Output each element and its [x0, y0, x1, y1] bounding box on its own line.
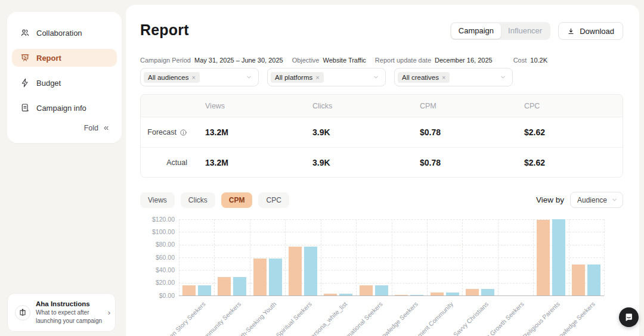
bar-forecast	[431, 293, 444, 295]
open-book-icon	[15, 305, 30, 321]
view-by-value: Audience	[577, 196, 607, 204]
bar-forecast	[537, 220, 550, 295]
chat-widget-button[interactable]	[619, 307, 639, 327]
view-by-label: View by	[536, 195, 564, 204]
bar-actual	[198, 285, 211, 295]
chevron-right-icon: ›	[108, 308, 110, 317]
table-row-actual: Actual 13.2M 3.9K $0.78 $2.62	[141, 147, 623, 177]
report-type-toggle: Campaign Influencer	[450, 22, 550, 40]
sidebar-item-label: Campaign info	[36, 104, 86, 113]
remove-tag-icon[interactable]: ×	[191, 74, 195, 81]
sidebar-item-collaboration[interactable]: Collaboration	[12, 24, 117, 42]
bar-forecast	[572, 265, 585, 295]
bar-forecast	[466, 289, 479, 295]
gridline-vertical	[285, 219, 286, 295]
platforms-filter-select[interactable]: All platforms ×	[267, 68, 386, 86]
sidebar-item-label: Report	[36, 54, 61, 63]
tab-views[interactable]: Views	[140, 192, 175, 208]
metric-tabs: Views Clicks CPM CPC	[140, 192, 289, 208]
chevron-down-icon	[246, 74, 252, 80]
tab-cpc[interactable]: CPC	[258, 192, 289, 208]
header-controls: Campaign Influencer Download	[450, 22, 623, 40]
x-axis-category-label: Religious Parents	[521, 300, 561, 336]
platforms-filter-tag: All platforms ×	[271, 72, 324, 83]
column-header-clicks: Clicks	[312, 102, 420, 110]
presentation-chart-icon	[20, 53, 30, 63]
bar-actual	[587, 265, 600, 295]
sidebar: Collaboration Report Budget Campaign inf…	[7, 12, 122, 143]
row-label: Forecast	[147, 128, 177, 136]
gridline-vertical	[356, 219, 357, 295]
bar-actual	[339, 294, 352, 295]
bar-actual	[446, 293, 459, 295]
toggle-option-campaign[interactable]: Campaign	[451, 23, 501, 39]
info-icon[interactable]	[179, 129, 187, 136]
chevron-down-icon	[611, 197, 618, 203]
bar-forecast	[253, 259, 267, 295]
sidebar-fold-button[interactable]: Fold	[12, 124, 117, 132]
report-panel: Report Campaign Influencer Download Camp…	[126, 5, 639, 336]
audiences-filter-tag: All audiences ×	[144, 72, 200, 83]
aha-instructions-card[interactable]: Aha Instructions What to expect after la…	[7, 293, 116, 332]
sidebar-item-report[interactable]: Report	[12, 49, 117, 67]
table-row-forecast: Forecast 13.2M 3.9K $0.78 $2.62	[141, 117, 623, 147]
bar-actual	[375, 285, 388, 295]
bar-actual	[410, 295, 423, 295]
aha-card-subtitle: What to expect after launching your camp…	[36, 309, 103, 325]
bar-actual	[552, 219, 565, 295]
y-axis-tick-label: $100.00	[140, 228, 175, 235]
gridline-vertical	[533, 219, 534, 295]
meta-cost: Cost 10.2K	[513, 57, 547, 64]
sidebar-item-budget[interactable]: Budget	[12, 74, 117, 92]
gridline-vertical	[392, 219, 392, 295]
column-header-views: Views	[205, 102, 312, 110]
bar-actual	[481, 289, 494, 295]
creatives-filter-select[interactable]: All creatives ×	[394, 68, 513, 86]
meta-campaign-period: Campaign Period May 31, 2025 – June 30, …	[140, 57, 283, 64]
toggle-option-influencer[interactable]: Influencer	[501, 23, 549, 39]
download-label: Download	[580, 27, 614, 36]
chevron-down-icon	[500, 74, 506, 80]
y-axis-tick-label: $120.00	[140, 216, 175, 223]
bar-forecast	[395, 295, 408, 295]
page-title: Report	[140, 21, 189, 39]
gridline-vertical	[462, 219, 463, 295]
bar-forecast	[182, 285, 196, 295]
sidebar-item-label: Collaboration	[36, 29, 82, 38]
tab-cpm[interactable]: CPM	[221, 192, 253, 208]
x-axis-category-label: Driven Story Seekers	[160, 300, 207, 336]
bar-actual	[304, 247, 317, 295]
summary-table: Views Clicks CPM CPC Forecast 13.2M 3.9K…	[140, 94, 623, 178]
chat-bubble-icon	[624, 312, 634, 322]
tab-clicks[interactable]: Clicks	[181, 192, 215, 208]
creatives-filter-tag: All creatives ×	[398, 72, 450, 83]
bar-forecast	[360, 285, 373, 295]
cpm-bar-chart: $120.00$100.00$80.00$60.00$40.00$20.00$0…	[140, 213, 623, 336]
campaign-meta-row: Campaign Period May 31, 2025 – June 30, …	[140, 57, 556, 64]
bar-forecast	[289, 247, 302, 295]
summary-table-header: Views Clicks CPM CPC	[141, 95, 623, 117]
gridline-vertical	[498, 219, 499, 295]
bar-forecast	[218, 277, 231, 295]
download-button[interactable]: Download	[558, 22, 623, 40]
bar-forecast	[324, 294, 337, 295]
y-axis-tick-label: $0.00	[140, 292, 175, 299]
y-axis-tick-label: $80.00	[140, 241, 175, 248]
y-axis-tick-label: $60.00	[140, 254, 175, 261]
row-label: Actual	[166, 158, 187, 167]
lightning-icon	[20, 78, 30, 88]
sidebar-item-label: Budget	[36, 79, 61, 88]
meta-objective: Objective Website Traffic	[292, 57, 366, 64]
remove-tag-icon[interactable]: ×	[315, 74, 319, 81]
y-axis-tick-label: $40.00	[140, 266, 175, 273]
audiences-filter-select[interactable]: All audiences ×	[140, 68, 259, 86]
sidebar-item-campaign-info[interactable]: Campaign info	[12, 99, 117, 117]
meta-report-update-date: Report update date December 16, 2025	[375, 57, 493, 64]
filters-row: All audiences × All platforms × All crea…	[140, 68, 513, 86]
fold-label: Fold	[84, 124, 98, 132]
view-by-control: View by Audience	[536, 192, 623, 208]
download-icon	[567, 27, 575, 35]
view-by-select[interactable]: Audience	[570, 192, 623, 208]
remove-tag-icon[interactable]: ×	[442, 74, 445, 81]
x-axis-category-label: Spiritual Seekers	[274, 300, 313, 336]
